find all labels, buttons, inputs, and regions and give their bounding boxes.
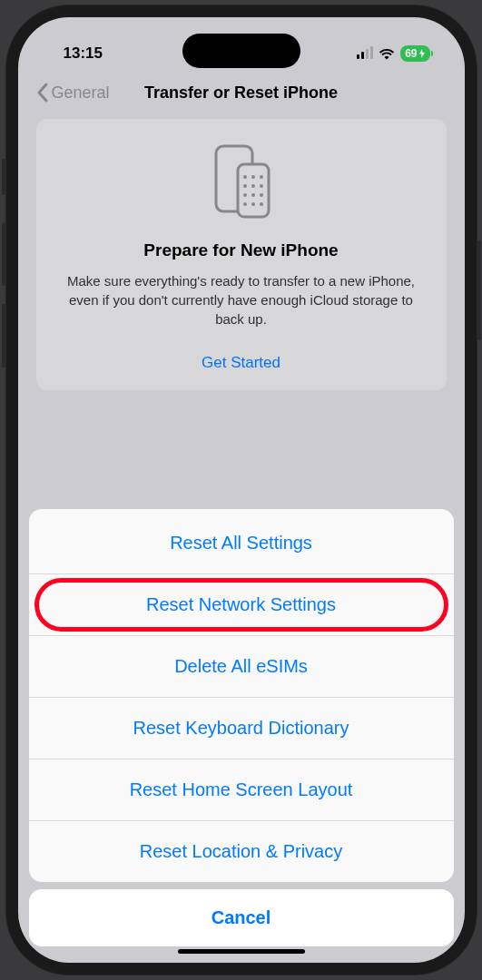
action-sheet: Reset All Settings Reset Network Setting…: [29, 509, 454, 882]
power-button[interactable]: [477, 240, 481, 340]
volume-up-button[interactable]: [2, 222, 6, 286]
dynamic-island: [182, 34, 300, 68]
cancel-label: Cancel: [211, 907, 271, 927]
action-sheet-overlay: Reset All Settings Reset Network Setting…: [18, 17, 465, 963]
mute-switch[interactable]: [2, 159, 6, 195]
cancel-button[interactable]: Cancel: [29, 889, 454, 946]
action-label: Delete All eSIMs: [174, 656, 308, 676]
action-label: Reset Home Screen Layout: [130, 779, 353, 799]
home-indicator[interactable]: [178, 949, 305, 954]
volume-down-button[interactable]: [2, 304, 6, 368]
reset-location-privacy-button[interactable]: Reset Location & Privacy: [29, 821, 454, 882]
phone-frame: 13:15 69: [5, 5, 477, 975]
action-label: Reset Location & Privacy: [140, 841, 342, 861]
action-label: Reset Keyboard Dictionary: [133, 718, 349, 738]
action-label: Reset Network Settings: [146, 594, 336, 614]
reset-all-settings-button[interactable]: Reset All Settings: [29, 509, 454, 574]
reset-network-settings-button[interactable]: Reset Network Settings: [29, 574, 454, 636]
reset-home-screen-button[interactable]: Reset Home Screen Layout: [29, 760, 454, 821]
reset-keyboard-button[interactable]: Reset Keyboard Dictionary: [29, 698, 454, 760]
delete-esims-button[interactable]: Delete All eSIMs: [29, 636, 454, 698]
screen: 13:15 69: [18, 17, 465, 963]
action-label: Reset All Settings: [170, 533, 312, 553]
